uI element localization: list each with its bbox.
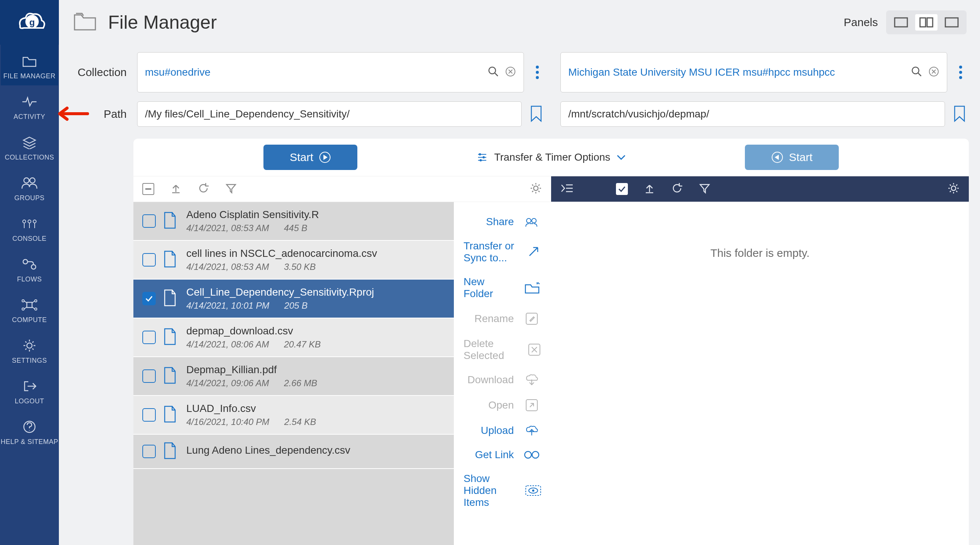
- gear-icon[interactable]: [947, 182, 960, 196]
- refresh-icon[interactable]: [671, 182, 683, 196]
- file-name: Depmap_Killian.pdf: [186, 364, 445, 376]
- file-icon: [162, 327, 180, 347]
- file-name: LUAD_Info.csv: [186, 403, 445, 414]
- file-checkbox[interactable]: [142, 408, 156, 422]
- search-icon[interactable]: [911, 66, 922, 79]
- sidebar-item-label: FILE MANAGER: [3, 72, 56, 80]
- svg-point-26: [912, 67, 919, 74]
- action-open: Open: [463, 392, 541, 418]
- file-info: Lung Adeno Lines_dependency.csv: [186, 445, 445, 459]
- sidebar-item-flows[interactable]: FLOWS: [1, 248, 59, 288]
- file-row[interactable]: LUAD_Info.csv4/16/2021, 10:40 PM2.54 KB: [134, 396, 454, 435]
- action-new-folder[interactable]: New Folder: [463, 270, 541, 306]
- action-get-link[interactable]: Get Link: [463, 443, 541, 467]
- left-bookmark-button[interactable]: [527, 105, 546, 123]
- clear-icon[interactable]: [505, 66, 516, 79]
- sidebar-item-file-manager[interactable]: FILE MANAGER: [1, 45, 59, 85]
- transfer-options-button[interactable]: Transfer & Timer Options: [476, 151, 626, 163]
- open-icon: [522, 398, 541, 412]
- action-show-hidden-items[interactable]: Show Hidden Items: [463, 467, 541, 515]
- right-bookmark-button[interactable]: [950, 105, 969, 123]
- file-info: Depmap_Killian.pdf4/14/2021, 09:06 AM2.6…: [186, 364, 445, 389]
- left-collection-field[interactable]: msu#onedrive: [137, 52, 524, 92]
- help-icon: [23, 419, 36, 435]
- users-icon: [21, 175, 38, 191]
- file-name: depmap_download.csv: [186, 325, 445, 337]
- panel-single-right-button[interactable]: [940, 14, 963, 30]
- eye-icon: [525, 485, 541, 496]
- file-row[interactable]: Cell_Line_Dependency_Sensitivity.Rproj4/…: [134, 280, 454, 318]
- file-row[interactable]: cell lines in NSCLC_adenocarcinoma.csv4/…: [134, 241, 454, 280]
- filter-icon[interactable]: [225, 182, 237, 196]
- left-path-field[interactable]: /My files/Cell_Line_Dependency_Sensitivi…: [137, 101, 522, 127]
- panel-single-button[interactable]: [890, 14, 912, 30]
- action-transfer-or-sync-to-[interactable]: Transfer or Sync to...: [463, 234, 541, 270]
- right-start-button[interactable]: Start: [745, 145, 838, 170]
- file-name: Lung Adeno Lines_dependency.csv: [186, 445, 445, 456]
- gear-icon: [22, 337, 37, 354]
- action-label: Get Link: [475, 449, 514, 461]
- file-date: 4/14/2021, 08:06 AM: [186, 339, 269, 350]
- gear-icon[interactable]: [530, 182, 542, 196]
- refresh-icon[interactable]: [197, 182, 209, 196]
- file-row[interactable]: depmap_download.csv4/14/2021, 08:06 AM20…: [134, 318, 454, 357]
- collection-label: Collection: [70, 66, 137, 79]
- select-all-checkbox[interactable]: [616, 183, 628, 195]
- file-checkbox[interactable]: [142, 253, 156, 266]
- select-all-checkbox[interactable]: [142, 183, 154, 195]
- right-collection-menu[interactable]: [953, 65, 969, 79]
- terminal-icon[interactable]: [560, 183, 573, 195]
- svg-point-10: [23, 260, 27, 264]
- action-share[interactable]: Share: [463, 209, 541, 234]
- sidebar-item-activity[interactable]: ACTIVITY: [1, 85, 59, 126]
- left-toolbar: [134, 176, 551, 202]
- sidebar-item-logout[interactable]: LOGOUT: [1, 370, 59, 410]
- sidebar-item-collections[interactable]: COLLECTIONS: [1, 126, 59, 167]
- file-checkbox[interactable]: [142, 370, 156, 383]
- file-checkbox[interactable]: [142, 214, 156, 228]
- search-icon[interactable]: [488, 66, 499, 79]
- sidebar-item-compute[interactable]: COMPUTE: [1, 288, 59, 329]
- sidebar-item-console[interactable]: CONSOLE: [1, 207, 59, 248]
- action-label: Rename: [474, 313, 514, 325]
- upload-icon: [522, 424, 541, 437]
- sidebar-item-settings[interactable]: SETTINGS: [1, 329, 59, 370]
- action-label: Show Hidden Items: [463, 473, 517, 508]
- filter-icon[interactable]: [699, 182, 711, 196]
- file-icon: [162, 250, 180, 270]
- svg-point-15: [22, 308, 24, 310]
- folder-icon: [22, 53, 37, 69]
- file-checkbox[interactable]: [142, 292, 156, 305]
- console-icon: [21, 215, 38, 232]
- file-row[interactable]: Lung Adeno Lines_dependency.csv: [134, 435, 454, 469]
- left-start-button[interactable]: Start: [263, 145, 357, 170]
- page-title: File Manager: [108, 11, 844, 33]
- right-path-field[interactable]: /mnt/scratch/vusichjo/depmap/: [560, 101, 945, 127]
- rename-icon: [522, 312, 541, 326]
- up-folder-icon[interactable]: [644, 182, 655, 196]
- file-row[interactable]: Adeno Cisplatin Sensitivity.R4/14/2021, …: [134, 202, 454, 241]
- svg-point-32: [480, 159, 482, 161]
- right-collection-field[interactable]: Michigan State University MSU ICER msu#h…: [560, 52, 947, 92]
- sidebar-item-help-sitemap[interactable]: HELP & SITEMAP: [1, 410, 59, 451]
- file-row[interactable]: Depmap_Killian.pdf4/14/2021, 09:06 AM2.6…: [134, 357, 454, 396]
- action-upload[interactable]: Upload: [463, 418, 541, 443]
- panel-split-button[interactable]: [915, 14, 937, 30]
- file-name: Adeno Cisplatin Sensitivity.R: [186, 209, 445, 221]
- sidebar-item-label: COLLECTIONS: [5, 154, 54, 161]
- sidebar-item-label: CONSOLE: [12, 235, 46, 243]
- svg-point-5: [28, 220, 31, 223]
- file-checkbox[interactable]: [142, 331, 156, 344]
- file-date: 4/14/2021, 10:01 PM: [186, 300, 269, 311]
- clear-icon[interactable]: [928, 66, 939, 79]
- sidebar-item-label: COMPUTE: [12, 316, 47, 324]
- action-rename: Rename: [463, 306, 541, 332]
- file-checkbox[interactable]: [142, 445, 156, 458]
- file-icon: [162, 405, 180, 425]
- svg-point-35: [534, 186, 538, 191]
- compute-icon: [21, 297, 38, 313]
- left-collection-menu[interactable]: [529, 65, 546, 79]
- up-folder-icon[interactable]: [170, 182, 182, 196]
- sidebar-item-groups[interactable]: GROUPS: [1, 167, 59, 207]
- svg-point-23: [489, 67, 496, 74]
